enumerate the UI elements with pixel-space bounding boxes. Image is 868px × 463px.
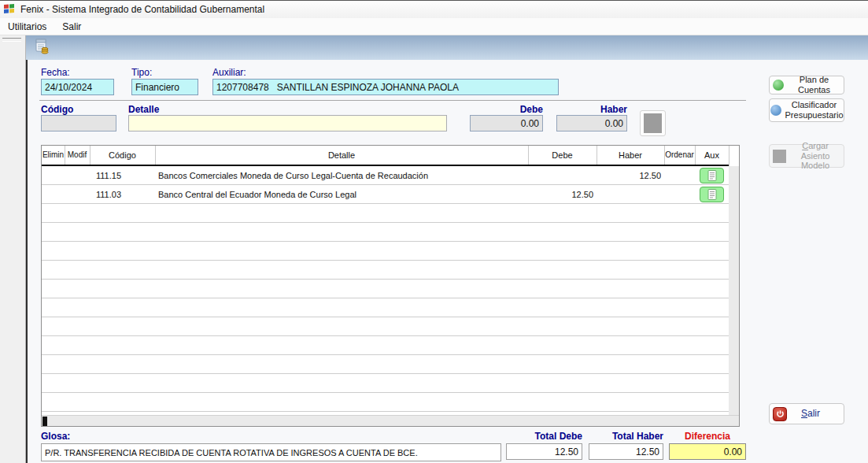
scrollbar-thumb[interactable]: [42, 417, 47, 426]
haber-entry-input[interactable]: [556, 115, 627, 131]
diferencia-field[interactable]: [669, 443, 746, 460]
row-detalle: Bancos Comerciales Moneda de Curso Legal…: [158, 166, 525, 185]
toolbar: [26, 35, 868, 60]
glosa-label: Glosa:: [41, 431, 70, 442]
grid-header-ordenar: Ordenar: [664, 146, 695, 165]
grid-row[interactable]: 111.15 Bancos Comerciales Moneda de Curs…: [42, 166, 729, 185]
titlebar: Fenix - Sistema Integrado de Contabilida…: [0, 1, 868, 18]
green-sphere-icon: [773, 80, 784, 91]
row-codigo: 111.15: [96, 166, 153, 185]
auxiliar-label: Auxiliar:: [212, 67, 246, 78]
grid-header-detalle: Detalle: [155, 146, 528, 165]
menubar: Utilitarios Salir: [0, 18, 868, 35]
grid-header-debe: Debe: [528, 146, 597, 165]
fecha-input[interactable]: [41, 79, 114, 95]
blue-sphere-icon: [770, 105, 781, 116]
debe-entry-label: Debe: [470, 104, 543, 115]
row-debe: [528, 166, 593, 185]
row-haber: [597, 185, 661, 204]
gray-square-icon: [644, 113, 662, 133]
fecha-label: Fecha:: [41, 67, 70, 78]
tipo-label: Tipo:: [131, 67, 152, 78]
grid-header-codigo: Código: [90, 146, 155, 165]
separator-line: [39, 100, 746, 101]
grid-header-aux: Aux: [695, 146, 729, 165]
codigo-entry-input[interactable]: [41, 115, 116, 131]
row-aux-button[interactable]: [700, 187, 724, 202]
grid-header-elimin: Elimin: [42, 146, 65, 165]
cargar-asiento-label: Cargar Asiento Modelo: [790, 141, 840, 171]
app-window: Fenix - Sistema Integrado de Contabilida…: [0, 0, 868, 463]
entries-grid: Elimin Modif Código Detalle Debe Haber O…: [41, 145, 740, 427]
grid-header-modif: Modif: [65, 146, 90, 165]
row-haber: 12.50: [597, 166, 661, 185]
auxiliar-input[interactable]: [212, 79, 559, 95]
window-title: Fenix - Sistema Integrado de Contabilida…: [20, 4, 264, 15]
clasificador-label: Clasificador Presupuestario: [785, 100, 844, 120]
menu-salir[interactable]: Salir: [54, 19, 89, 35]
aux-entry-button[interactable]: [640, 110, 666, 136]
total-haber-label: Total Haber: [589, 431, 663, 442]
haber-entry-label: Haber: [556, 104, 627, 115]
row-codigo: 111.03: [96, 185, 153, 204]
vertical-scrollbar[interactable]: [729, 166, 739, 415]
gray-square-icon: [773, 150, 786, 163]
total-debe-field[interactable]: [506, 443, 582, 460]
document-icon: [707, 170, 717, 181]
row-aux-button[interactable]: [700, 168, 724, 183]
power-icon: [773, 407, 787, 421]
row-debe: 12.50: [528, 185, 593, 204]
app-icon: [3, 3, 16, 16]
salir-button[interactable]: Salir: [769, 403, 844, 424]
menu-utilitarios[interactable]: Utilitarios: [0, 19, 54, 35]
grid-row[interactable]: 111.03 Banco Central del Ecuador Moneda …: [42, 185, 729, 204]
left-sidebar: [0, 35, 26, 463]
plan-de-cuentas-label: Plan de Cuentas: [788, 75, 840, 94]
new-entry-button[interactable]: [32, 38, 51, 57]
diferencia-label: Diferencia: [669, 431, 746, 442]
horizontal-scrollbar[interactable]: [42, 415, 739, 426]
cargar-asiento-modelo-button[interactable]: Cargar Asiento Modelo: [769, 144, 844, 168]
plan-de-cuentas-button[interactable]: Plan de Cuentas: [769, 76, 844, 94]
total-debe-label: Total Debe: [506, 431, 582, 442]
document-with-coins-icon: [33, 38, 50, 55]
detalle-entry-label: Detalle: [128, 104, 159, 115]
total-haber-field[interactable]: [589, 443, 663, 460]
glosa-input[interactable]: [41, 443, 501, 461]
document-icon: [707, 189, 717, 200]
row-detalle: Banco Central del Ecuador Moneda de Curs…: [158, 185, 525, 204]
tipo-input[interactable]: [131, 79, 198, 95]
detalle-entry-input[interactable]: [128, 115, 447, 131]
debe-entry-input[interactable]: [470, 115, 543, 131]
grid-header-haber: Haber: [597, 146, 664, 165]
clasificador-presupuestario-button[interactable]: Clasificador Presupuestario: [769, 98, 844, 122]
salir-label: Salir: [801, 409, 820, 420]
codigo-entry-label: Código: [41, 104, 73, 115]
splitter-grip-icon[interactable]: [2, 38, 21, 42]
